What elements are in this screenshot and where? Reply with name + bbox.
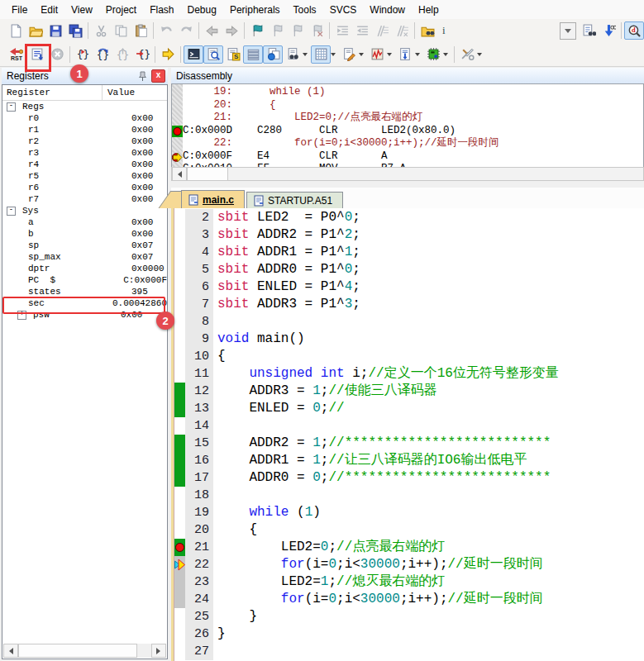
toggle-bookmark-button[interactable] — [247, 21, 267, 40]
menu-edit[interactable]: Edit — [34, 2, 64, 18]
register-row-sp[interactable]: sp0x07 — [2, 240, 167, 251]
register-row-r6[interactable]: r60x00 — [2, 182, 167, 193]
disassembly-panel-header[interactable]: Disassembly — [171, 68, 644, 85]
menu-peripherals[interactable]: Peripherals — [223, 2, 287, 18]
system-viewer-dropdown[interactable] — [443, 53, 448, 59]
scroll-left-button[interactable] — [172, 167, 187, 181]
prev-bookmark-button[interactable] — [267, 21, 287, 40]
unindent-button[interactable] — [352, 21, 372, 40]
breakpoint-gutter[interactable] — [174, 625, 185, 643]
register-row-PC-$[interactable]: PC $C:0x000F — [2, 274, 167, 286]
start-stop-debug-button[interactable]: d — [624, 21, 644, 40]
serial-window-dropdown[interactable] — [359, 53, 364, 59]
menu-debug[interactable]: Debug — [181, 2, 223, 18]
navigate-back-button[interactable] — [202, 21, 222, 40]
menu-view[interactable]: View — [64, 2, 99, 18]
breakpoint-gutter[interactable] — [174, 469, 185, 487]
trace-window-button[interactable] — [395, 45, 415, 64]
show-next-statement-button[interactable] — [158, 45, 178, 64]
breakpoint-gutter[interactable] — [174, 261, 185, 278]
breakpoint-gutter[interactable] — [174, 487, 185, 504]
watch-window-dropdown[interactable] — [303, 53, 308, 59]
find-in-files-button[interactable] — [579, 21, 599, 40]
breakpoint-gutter[interactable] — [174, 330, 185, 348]
memory-window-button[interactable] — [311, 45, 331, 64]
run-to-line-button[interactable]: {} — [132, 45, 152, 64]
breakpoint-gutter[interactable] — [174, 400, 185, 417]
serial-window-button[interactable] — [339, 45, 359, 64]
breakpoint-gutter[interactable] — [174, 452, 185, 469]
scroll-right-button[interactable] — [151, 644, 166, 658]
breakpoint-gutter[interactable] — [174, 573, 185, 591]
breakpoint-gutter[interactable] — [174, 296, 185, 313]
watch-window-button[interactable] — [283, 45, 303, 64]
editor-body[interactable]: 2sbit LED2 = P0^0;3sbit ADDR2 = P1^2;4sb… — [171, 208, 644, 661]
open-file-button[interactable] — [26, 21, 45, 40]
breakpoint-gutter[interactable] — [174, 209, 185, 226]
collapse-icon[interactable]: - — [7, 207, 16, 216]
disassembly-view[interactable]: 19: while (1) 20: { 21: LED2=0;//点亮最右端的灯… — [171, 83, 644, 169]
register-row-states[interactable]: states395 — [2, 286, 167, 297]
breakpoint-gutter[interactable] — [174, 435, 185, 452]
close-icon[interactable]: x — [151, 69, 165, 83]
cut-button[interactable] — [91, 21, 111, 40]
save-all-button[interactable] — [65, 21, 85, 40]
memory-window-dropdown[interactable] — [331, 53, 336, 59]
breakpoint-gutter[interactable] — [174, 591, 185, 608]
trace-window-dropdown[interactable] — [415, 53, 420, 59]
registers-window-button[interactable] — [243, 45, 263, 64]
analysis-window-dropdown[interactable] — [387, 53, 392, 59]
breakpoint-gutter[interactable] — [174, 417, 185, 435]
uncomment-button[interactable] — [392, 21, 412, 40]
breakpoint-gutter[interactable] — [174, 365, 185, 383]
register-row-b[interactable]: b0x00 — [2, 228, 167, 240]
tab-main-c[interactable]: main.c — [181, 190, 245, 208]
register-row-r0[interactable]: r00x00 — [2, 112, 167, 124]
indent-button[interactable] — [332, 21, 352, 40]
call-stack-window-button[interactable] — [263, 45, 283, 64]
register-row-r1[interactable]: r10x00 — [2, 124, 167, 136]
breakpoint-gutter[interactable] — [174, 348, 185, 365]
disassembly-window-button[interactable] — [203, 45, 223, 64]
menu-flash[interactable]: Flash — [143, 2, 180, 18]
find-in-files-folder-button[interactable] — [417, 21, 437, 40]
register-row-Regs[interactable]: -Regs — [2, 101, 167, 112]
breakpoint-icon[interactable] — [174, 539, 185, 556]
register-column-header[interactable]: Register — [2, 85, 103, 100]
register-row-r3[interactable]: r30x00 — [2, 147, 167, 159]
step-out-button[interactable]: {} — [112, 45, 132, 64]
menu-project[interactable]: Project — [99, 2, 143, 18]
breakpoint-gutter[interactable] — [174, 313, 185, 330]
breakpoint-icon[interactable] — [172, 126, 183, 137]
undo-button[interactable] — [156, 21, 176, 40]
comment-button[interactable] — [372, 21, 392, 40]
breakpoint-gutter[interactable] — [174, 608, 185, 625]
current-statement-icon[interactable] — [174, 556, 185, 573]
copy-button[interactable] — [111, 21, 131, 40]
system-viewer-button[interactable] — [423, 45, 443, 64]
paste-button[interactable] — [131, 21, 150, 40]
save-button[interactable] — [45, 21, 65, 40]
breakpoint-gutter[interactable] — [174, 521, 185, 539]
register-row-sp_max[interactable]: sp_max0x07 — [2, 251, 167, 263]
menu-file[interactable]: File — [5, 2, 34, 18]
registers-hscrollbar[interactable] — [3, 644, 166, 658]
breakpoint-gutter[interactable] — [174, 643, 185, 660]
value-column-header[interactable]: Value — [103, 88, 135, 97]
debug-toolbox-dropdown[interactable] — [477, 53, 482, 59]
register-row-r4[interactable]: r40x00 — [2, 159, 167, 170]
scroll-left-button[interactable] — [3, 644, 18, 658]
menu-tools[interactable]: Tools — [287, 2, 323, 18]
load-application-button[interactable] — [599, 21, 618, 40]
register-row-r5[interactable]: r50x00 — [2, 170, 167, 182]
breakpoint-gutter[interactable] — [174, 278, 185, 296]
register-row-a[interactable]: a0x00 — [2, 216, 167, 228]
breakpoint-gutter[interactable] — [174, 226, 185, 244]
scroll-thumb[interactable] — [18, 644, 137, 658]
scroll-thumb[interactable] — [187, 167, 228, 181]
disassembly-hscrollbar[interactable] — [171, 167, 644, 181]
tab-startup-a51[interactable]: STARTUP.A51 — [246, 192, 343, 208]
register-row-dptr[interactable]: dptr0x0000 — [2, 263, 167, 274]
register-row-r7[interactable]: r70x00 — [2, 193, 167, 205]
navigate-forward-button[interactable] — [222, 21, 241, 40]
